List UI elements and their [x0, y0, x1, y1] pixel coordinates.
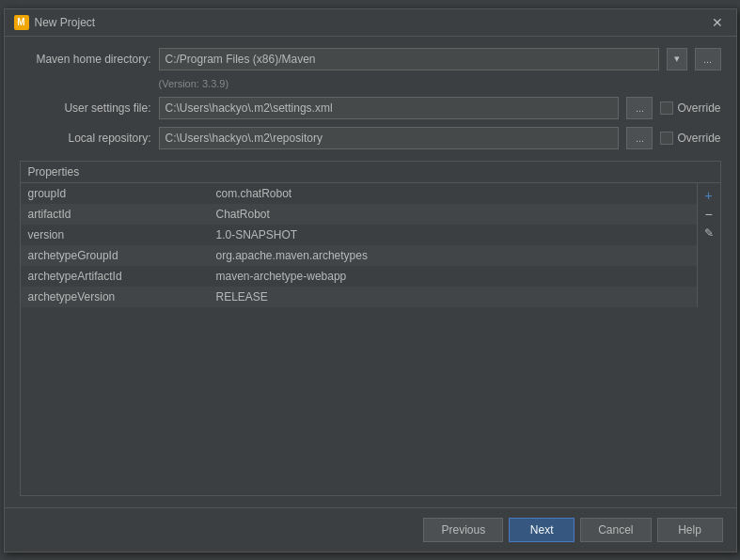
- table-row[interactable]: archetypeArtifactId maven-archetype-weba…: [21, 266, 697, 287]
- remove-property-button[interactable]: −: [701, 206, 717, 223]
- maven-version-row: (Version: 3.3.9): [159, 78, 721, 89]
- prop-value: ChatRobot: [209, 206, 697, 223]
- table-row[interactable]: archetypeGroupId org.apache.maven.archet…: [21, 245, 697, 266]
- user-settings-label: User settings file:: [20, 101, 151, 115]
- table-row[interactable]: version 1.0-SNAPSHOT: [21, 225, 697, 245]
- dialog-title: New Project: [35, 16, 96, 29]
- prop-key: archetypeGroupId: [21, 247, 209, 264]
- title-bar-left: M New Project: [14, 15, 96, 30]
- edit-property-button[interactable]: ✎: [701, 225, 717, 241]
- user-settings-browse-button[interactable]: ...: [626, 97, 653, 119]
- properties-section: Properties groupId com.chatRobot artifac…: [20, 161, 721, 496]
- prop-key: artifactId: [21, 206, 209, 223]
- local-repo-row: Local repository: ... Override: [20, 127, 721, 149]
- dialog-footer: Previous Next Cancel Help: [5, 507, 736, 552]
- title-bar: M New Project ✕: [5, 9, 736, 37]
- user-settings-input[interactable]: [159, 97, 620, 119]
- user-settings-override: Override: [660, 101, 720, 115]
- local-repo-input[interactable]: [159, 127, 620, 149]
- prop-value: org.apache.maven.archetypes: [209, 247, 697, 264]
- prop-value: com.chatRobot: [209, 185, 697, 202]
- properties-actions: + − ✎: [697, 183, 720, 307]
- properties-header: Properties: [21, 162, 720, 183]
- prop-value: maven-archetype-webapp: [209, 268, 697, 285]
- prop-key: archetypeVersion: [21, 288, 209, 305]
- help-button[interactable]: Help: [657, 518, 723, 542]
- add-property-button[interactable]: +: [701, 187, 717, 204]
- prop-key: version: [21, 226, 209, 243]
- table-row[interactable]: artifactId ChatRobot: [21, 204, 697, 225]
- maven-home-browse-button[interactable]: ...: [695, 48, 721, 70]
- prop-value: 1.0-SNAPSHOT: [209, 226, 697, 243]
- new-project-dialog: M New Project ✕ Maven home directory: ▾ …: [4, 8, 737, 552]
- maven-version-text: (Version: 3.3.9): [159, 78, 229, 89]
- maven-home-row: Maven home directory: ▾ ...: [20, 48, 721, 70]
- close-button[interactable]: ✕: [708, 16, 727, 29]
- next-button[interactable]: Next: [509, 518, 575, 542]
- properties-table: groupId com.chatRobot artifactId ChatRob…: [21, 183, 697, 307]
- local-repo-label: Local repository:: [20, 132, 151, 145]
- prop-key: archetypeArtifactId: [21, 268, 209, 285]
- maven-home-input[interactable]: [159, 48, 659, 70]
- local-repo-browse-button[interactable]: ...: [626, 127, 653, 149]
- local-repo-override: Override: [660, 132, 720, 145]
- dialog-icon: M: [14, 15, 29, 30]
- properties-table-wrapper: groupId com.chatRobot artifactId ChatRob…: [21, 183, 720, 307]
- prop-value: RELEASE: [209, 288, 697, 305]
- prop-key: groupId: [21, 185, 209, 202]
- table-row[interactable]: groupId com.chatRobot: [21, 183, 697, 204]
- user-settings-override-checkbox[interactable]: [660, 101, 673, 115]
- maven-home-dropdown-button[interactable]: ▾: [667, 48, 687, 70]
- dialog-body: Maven home directory: ▾ ... (Version: 3.…: [5, 37, 736, 507]
- local-repo-override-label: Override: [677, 132, 720, 145]
- cancel-button[interactable]: Cancel: [580, 518, 651, 542]
- user-settings-row: User settings file: ... Override: [20, 97, 721, 119]
- user-settings-override-label: Override: [677, 101, 720, 115]
- local-repo-override-checkbox[interactable]: [660, 132, 673, 145]
- maven-home-label: Maven home directory:: [20, 53, 151, 66]
- table-row[interactable]: archetypeVersion RELEASE: [21, 287, 697, 307]
- properties-empty-area: [21, 307, 720, 495]
- previous-button[interactable]: Previous: [423, 518, 503, 542]
